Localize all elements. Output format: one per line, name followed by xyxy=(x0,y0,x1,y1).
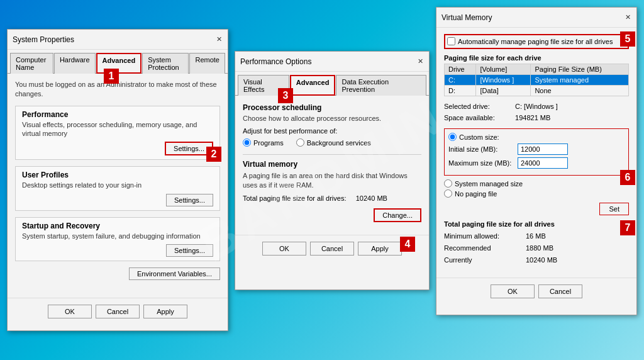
dialog2-content: Processor scheduling Choose how to alloc… xyxy=(235,96,429,230)
dialog3-title: Virtual Memory xyxy=(441,13,492,22)
admin-notice: You must be logged on as an Administrato… xyxy=(15,80,220,99)
total-paging-title: Total paging file size for all drives xyxy=(444,220,629,228)
tab-system-protection[interactable]: System Protection xyxy=(142,53,189,74)
dialog1-footer: OK Cancel Apply xyxy=(8,298,228,325)
programs-radio-input[interactable] xyxy=(243,138,251,147)
performance-settings-button[interactable]: Settings... xyxy=(165,142,213,155)
startup-desc: System startup, system failure, and debu… xyxy=(22,232,213,240)
no-paging-label: No paging file xyxy=(455,190,497,198)
dialog2-titlebar: Performance Options ✕ xyxy=(235,52,429,72)
row-d-drive: D: xyxy=(445,86,476,96)
col-size: Paging File Size (MB) xyxy=(531,64,629,75)
space-label: Space available: xyxy=(444,113,513,124)
custom-size-radio[interactable] xyxy=(448,133,457,141)
startup-title: Startup and Recovery xyxy=(22,222,213,230)
custom-size-label: Custom size: xyxy=(459,133,499,141)
dialog3-ok-button[interactable]: OK xyxy=(491,284,535,298)
recommended-value: 1880 MB xyxy=(526,242,553,254)
auto-manage-row: Automatically manage paging file size fo… xyxy=(444,34,629,49)
col-drive: Drive xyxy=(445,64,476,75)
dialog3-titlebar: Virtual Memory ✕ xyxy=(436,8,636,28)
tab-computer-name[interactable]: Computer Name xyxy=(10,53,53,74)
tab-advanced[interactable]: Advanced xyxy=(96,53,142,74)
no-paging-row: No paging file xyxy=(444,189,629,198)
system-properties-dialog: System Properties ✕ Computer Name Hardwa… xyxy=(7,29,228,331)
auto-manage-checkbox[interactable] xyxy=(447,37,455,45)
processor-desc: Choose how to allocate processor resourc… xyxy=(243,115,421,122)
drive-info: Selected drive: C: [Windows ] Space avai… xyxy=(444,101,629,123)
dialog2-tabs: Visual Effects Advanced Data Execution P… xyxy=(235,72,429,96)
performance-desc: Visual effects, processor scheduling, me… xyxy=(22,120,213,138)
dialog1-content: You must be logged on as an Administrato… xyxy=(8,74,228,293)
no-paging-radio[interactable] xyxy=(444,189,452,198)
background-radio-input[interactable] xyxy=(296,138,304,147)
system-managed-radio[interactable] xyxy=(444,179,452,188)
vmem-total: Total paging file size for all drives: 1… xyxy=(243,194,421,202)
custom-radio-row: Custom size: xyxy=(448,133,625,141)
row-c-drive: C: xyxy=(445,75,476,86)
dialog1-title: System Properties xyxy=(13,35,74,44)
dialog1-cancel-button[interactable]: Cancel xyxy=(96,305,140,318)
user-profiles-settings-button[interactable]: Settings... xyxy=(166,194,213,206)
currently-value: 10240 MB xyxy=(526,254,557,266)
system-managed-row: System managed size xyxy=(444,179,629,188)
tab-dep[interactable]: Data Execution Prevention xyxy=(336,75,426,96)
dialog2-cancel-button[interactable]: Cancel xyxy=(310,242,354,256)
table-row-d[interactable]: D: [Data] None xyxy=(445,86,629,96)
performance-title: Performance xyxy=(22,110,213,119)
user-profiles-section: User Profiles Desktop settings related t… xyxy=(15,166,220,210)
row-d-volume: [Data] xyxy=(476,86,531,96)
min-allowed-label: Minimum allowed: xyxy=(444,230,526,242)
tab-advanced-perf[interactable]: Advanced xyxy=(290,75,336,96)
env-variables-button[interactable]: Environment Variables... xyxy=(129,267,220,280)
row-c-volume: [Windows ] xyxy=(476,75,531,86)
currently-label: Currently xyxy=(444,254,526,266)
vm-content: Automatically manage paging file size fo… xyxy=(436,28,636,273)
dialog1-tabs: Computer Name Hardware Advanced System P… xyxy=(8,50,228,74)
vmem-title: Virtual memory xyxy=(243,160,421,169)
dialog3-cancel-button[interactable]: Cancel xyxy=(538,284,582,298)
vmem-total-label: Total paging file size for all drives: xyxy=(243,194,346,202)
row-d-size: None xyxy=(531,86,629,96)
adjust-label: Adjust for best performance of: xyxy=(243,127,421,135)
dialog2-footer: OK Cancel Apply xyxy=(235,235,429,262)
max-size-row: Maximum size (MB): xyxy=(448,157,625,169)
max-size-label: Maximum size (MB): xyxy=(448,159,518,167)
paging-per-drive-label: Paging file size for each drive xyxy=(444,54,629,62)
custom-size-section: Custom size: Initial size (MB): Maximum … xyxy=(444,128,629,176)
selected-drive-label: Selected drive: xyxy=(444,101,513,113)
background-radio[interactable]: Background services xyxy=(296,138,371,147)
startup-settings-button[interactable]: Settings... xyxy=(166,244,213,257)
startup-section: Startup and Recovery System startup, sys… xyxy=(15,217,220,261)
user-profiles-desc: Desktop settings related to your sign-in xyxy=(22,181,213,189)
performance-section: Performance Visual effects, processor sc… xyxy=(15,106,220,160)
table-row-c[interactable]: C: [Windows ] System managed xyxy=(445,75,629,86)
dialog2-close-icon[interactable]: ✕ xyxy=(416,58,424,65)
background-label: Background services xyxy=(307,139,371,147)
programs-radio[interactable]: Programs xyxy=(243,138,284,147)
max-size-input[interactable] xyxy=(518,157,568,169)
tab-visual-effects[interactable]: Visual Effects xyxy=(238,75,289,96)
vmem-change-button[interactable]: Change... xyxy=(374,208,421,222)
tab-hardware[interactable]: Hardware xyxy=(54,53,96,74)
performance-options-dialog: Performance Options ✕ Visual Effects Adv… xyxy=(235,51,430,290)
dialog2-apply-button[interactable]: Apply xyxy=(358,242,402,256)
system-managed-label: System managed size xyxy=(455,180,523,188)
dialog2-ok-button[interactable]: OK xyxy=(262,242,306,256)
set-button[interactable]: Set xyxy=(599,203,629,215)
total-paging-rows: Minimum allowed: 16 MB Recommended 1880 … xyxy=(444,230,629,266)
tab-remote[interactable]: Remote xyxy=(189,53,225,74)
dialog1-apply-button[interactable]: Apply xyxy=(143,305,187,318)
min-allowed-value: 16 MB xyxy=(526,230,546,242)
initial-size-input[interactable] xyxy=(518,143,568,155)
paging-table: Drive [Volume] Paging File Size (MB) C: … xyxy=(444,64,629,96)
processor-title: Processor scheduling xyxy=(243,103,421,112)
vmem-desc: A paging file is an area on the hard dis… xyxy=(243,171,421,191)
dialog3-close-icon[interactable]: ✕ xyxy=(624,14,631,21)
dialog1-close-icon[interactable]: ✕ xyxy=(215,36,223,43)
programs-label: Programs xyxy=(253,139,284,147)
dialog1-ok-button[interactable]: OK xyxy=(48,305,92,318)
dialog3-footer: OK Cancel xyxy=(436,278,636,305)
row-c-size: System managed xyxy=(531,75,629,86)
auto-manage-label: Automatically manage paging file size fo… xyxy=(458,37,613,46)
